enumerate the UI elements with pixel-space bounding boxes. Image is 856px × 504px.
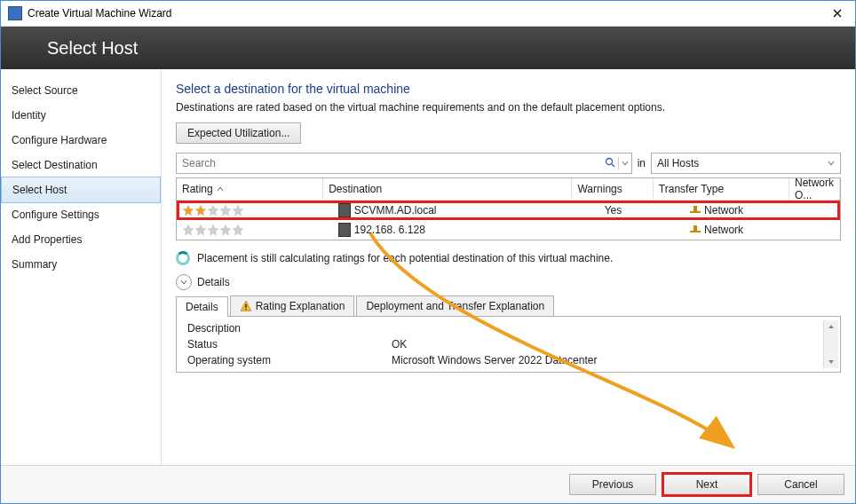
details-content: DescriptionStatusOKOperating systemMicro… bbox=[180, 320, 823, 368]
status-row: Placement is still calculating ratings f… bbox=[176, 251, 841, 265]
svg-rect-2 bbox=[245, 304, 246, 308]
grid-body: SCVMM.AD.localYesNetwork192.168. 6.128Ne… bbox=[177, 201, 840, 240]
scope-value: All Hosts bbox=[657, 157, 699, 169]
wizard-window: Create Virtual Machine Wizard Select Hos… bbox=[0, 0, 856, 504]
main-panel: Select a destination for the virtual mac… bbox=[162, 69, 855, 465]
detail-row: Description bbox=[180, 320, 823, 336]
step-identity[interactable]: Identity bbox=[1, 103, 161, 128]
window-title: Create Virtual Machine Wizard bbox=[28, 7, 820, 20]
network-icon bbox=[690, 225, 701, 234]
step-select-source[interactable]: Select Source bbox=[1, 78, 161, 103]
chevron-down-icon bbox=[176, 274, 192, 290]
detail-label: Operating system bbox=[187, 354, 392, 366]
destination-cell: 192.168. 6.128 bbox=[333, 223, 599, 237]
host-grid: Rating Destination Warnings Transfer Typ… bbox=[176, 177, 841, 240]
col-destination[interactable]: Destination bbox=[323, 178, 572, 200]
scroll-down-icon[interactable] bbox=[825, 356, 837, 368]
svg-line-1 bbox=[612, 164, 614, 167]
cancel-button[interactable]: Cancel bbox=[757, 474, 844, 495]
step-select-host[interactable]: Select Host bbox=[1, 177, 161, 203]
search-icon[interactable] bbox=[602, 157, 618, 170]
detail-label: Description bbox=[187, 322, 392, 335]
host-icon bbox=[338, 223, 351, 237]
col-warnings[interactable]: Warnings bbox=[572, 178, 653, 200]
titlebar: Create Virtual Machine Wizard bbox=[1, 1, 855, 27]
details-expander[interactable]: Details bbox=[176, 274, 841, 290]
scope-select[interactable]: All Hosts bbox=[651, 153, 841, 174]
banner-title: Select Host bbox=[47, 38, 138, 59]
search-row: in All Hosts bbox=[176, 153, 841, 174]
search-input[interactable] bbox=[177, 157, 602, 169]
host-icon bbox=[338, 203, 351, 217]
detail-row: Operating systemMicrosoft Windows Server… bbox=[180, 352, 823, 368]
col-rating[interactable]: Rating bbox=[177, 178, 323, 200]
rating-cell bbox=[177, 204, 333, 217]
close-icon bbox=[833, 9, 842, 18]
search-dropdown-icon[interactable] bbox=[618, 157, 631, 169]
host-row[interactable]: 192.168. 6.128Network bbox=[177, 220, 840, 240]
body: Select SourceIdentityConfigure HardwareS… bbox=[1, 69, 855, 465]
expected-utilization-button[interactable]: Expected Utilization... bbox=[176, 122, 301, 144]
search-box bbox=[176, 153, 632, 174]
transfer-type-cell: Network bbox=[685, 204, 829, 217]
destination-cell: SCVMM.AD.local bbox=[333, 203, 599, 217]
detail-value bbox=[392, 322, 816, 335]
detail-value: Microsoft Windows Server 2022 Datacenter bbox=[392, 354, 816, 366]
details-scrollbar[interactable] bbox=[823, 320, 838, 368]
step-select-destination[interactable]: Select Destination bbox=[1, 153, 161, 177]
detail-label: Status bbox=[187, 338, 392, 350]
previous-button[interactable]: Previous bbox=[569, 474, 656, 495]
page-subtext: Destinations are rated based on the virt… bbox=[176, 101, 841, 114]
col-transfer-type[interactable]: Transfer Type bbox=[654, 178, 789, 200]
grid-header: Rating Destination Warnings Transfer Typ… bbox=[177, 178, 840, 201]
svg-rect-3 bbox=[245, 309, 246, 310]
step-configure-hardware[interactable]: Configure Hardware bbox=[1, 128, 161, 153]
detail-row: StatusOK bbox=[180, 336, 823, 352]
step-sidebar: Select SourceIdentityConfigure HardwareS… bbox=[1, 69, 162, 465]
col-network-opt[interactable]: Network O... bbox=[789, 178, 840, 200]
tab-details[interactable]: Details bbox=[176, 296, 228, 317]
banner: Select Host bbox=[1, 27, 855, 69]
close-button[interactable] bbox=[820, 1, 855, 26]
star-rating-icon bbox=[182, 224, 244, 236]
details-label: Details bbox=[197, 276, 230, 288]
scroll-up-icon[interactable] bbox=[825, 320, 837, 333]
tab-rating-explanation[interactable]: Rating Explanation bbox=[230, 295, 355, 316]
chevron-down-icon bbox=[828, 160, 835, 167]
svg-point-0 bbox=[606, 158, 612, 164]
status-message: Placement is still calculating ratings f… bbox=[197, 252, 613, 264]
details-panel: DescriptionStatusOKOperating systemMicro… bbox=[176, 317, 841, 373]
in-label: in bbox=[638, 157, 646, 169]
step-summary[interactable]: Summary bbox=[1, 252, 161, 277]
next-button[interactable]: Next bbox=[663, 474, 750, 495]
rating-cell bbox=[177, 224, 333, 236]
sort-icon bbox=[217, 185, 224, 193]
tab-deployment-and-transfer-explanation[interactable]: Deployment and Transfer Explanation bbox=[356, 295, 554, 316]
detail-value: OK bbox=[392, 338, 816, 350]
details-tabs: DetailsRating ExplanationDeployment and … bbox=[176, 295, 841, 317]
transfer-type-cell: Network bbox=[685, 224, 829, 236]
step-add-properties[interactable]: Add Properties bbox=[1, 227, 161, 252]
app-icon bbox=[8, 6, 22, 20]
page-heading: Select a destination for the virtual mac… bbox=[176, 82, 841, 96]
host-row[interactable]: SCVMM.AD.localYesNetwork bbox=[177, 201, 840, 220]
step-configure-settings[interactable]: Configure Settings bbox=[1, 202, 161, 227]
footer: Previous Next Cancel bbox=[1, 465, 855, 503]
network-icon bbox=[690, 206, 701, 215]
spinner-icon bbox=[176, 251, 190, 265]
warnings-cell: Yes bbox=[599, 204, 685, 217]
star-rating-icon bbox=[182, 204, 244, 217]
warning-icon bbox=[240, 300, 252, 312]
